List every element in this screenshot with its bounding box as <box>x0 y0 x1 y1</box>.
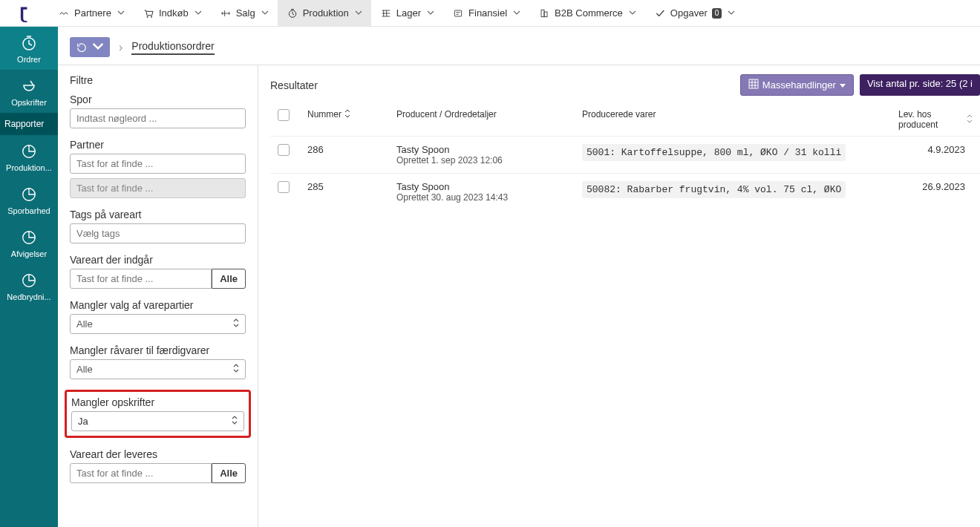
table-row[interactable]: 285 Tasty Spoon Oprettet 30. aug 2023 14… <box>270 174 980 211</box>
col-producent: Producent / Ordredetaljer <box>389 103 575 137</box>
select-value: Ja <box>78 416 88 427</box>
grid-icon <box>748 79 759 91</box>
results-table: Nummer Producent / Ordredetaljer Produce… <box>270 103 980 210</box>
tags-input[interactable] <box>70 223 246 243</box>
topnav-label: Finansiel <box>468 7 507 19</box>
brand-logo <box>11 0 38 26</box>
topnav-finansiel[interactable]: Finansiel <box>443 0 529 26</box>
svg-rect-5 <box>544 12 547 17</box>
check-icon <box>654 7 666 19</box>
finance-icon <box>452 7 464 19</box>
cell-nummer: 286 <box>300 137 389 174</box>
leftnav-sporbarhed[interactable]: Sporbarhed <box>0 178 58 221</box>
filter-spor: Spor <box>70 94 246 128</box>
results-header: Resultater <box>270 79 318 91</box>
leftnav-label: Afvigelser <box>11 249 47 258</box>
building-icon <box>538 7 550 19</box>
top-nav: Partnere Indkøb Salg Produktion Lager Fi… <box>0 0 980 27</box>
topnav-label: Lager <box>396 7 421 19</box>
leftnav-produktion[interactable]: Produktion... <box>0 135 58 178</box>
vareart-ind-input[interactable] <box>70 269 212 289</box>
topnav-label: Salg <box>236 7 255 19</box>
topnav-opgaver[interactable]: Opgaver 0 <box>645 0 744 26</box>
opgaver-badge: 0 <box>712 8 722 19</box>
topnav-salg[interactable]: Salg <box>211 0 278 26</box>
col-producerede: Producerede varer <box>575 103 891 137</box>
topnav-label: Indkøb <box>159 7 189 19</box>
partner-input[interactable] <box>70 154 246 174</box>
topnav-produktion[interactable]: Produktion <box>278 0 371 26</box>
caret-down-icon <box>840 79 846 91</box>
row-checkbox[interactable] <box>278 181 290 193</box>
chevron-down-icon <box>261 7 269 19</box>
leftnav-ordrer[interactable]: Ordrer <box>0 27 58 70</box>
page-size-button[interactable]: Vist antal pr. side: 25 (2 i <box>860 74 980 96</box>
history-button[interactable] <box>70 37 110 57</box>
partner-input-disabled: Tast for at finde ... <box>70 178 246 198</box>
handshake-icon <box>58 7 70 19</box>
pie-icon <box>20 229 38 246</box>
leftnav-nedbrydning[interactable]: Nedbrydni... <box>0 264 58 307</box>
topnav-b2b[interactable]: B2B Commerce <box>529 0 645 26</box>
chevron-down-icon <box>117 7 125 19</box>
filter-partner: Partner Tast for at finde ... <box>70 139 246 198</box>
select-value: Alle <box>76 318 93 330</box>
cell-lev: 4.9.2023 <box>891 137 980 174</box>
topnav-partnere[interactable]: Partnere <box>49 0 134 26</box>
top-nav-items: Partnere Indkøb Salg Produktion Lager Fi… <box>49 0 744 26</box>
topnav-lager[interactable]: Lager <box>371 0 443 26</box>
chevron-right-icon: › <box>119 41 122 54</box>
topnav-label: Produktion <box>303 7 349 19</box>
mangler-valg-select[interactable]: Alle <box>70 314 246 334</box>
svg-rect-4 <box>541 10 544 16</box>
mass-actions-button[interactable]: Massehandlinger <box>740 74 854 96</box>
shelf-icon <box>380 7 392 19</box>
filters-panel: Filtre Spor Partner Tast for at finde ..… <box>58 65 258 527</box>
svg-rect-11 <box>749 79 758 88</box>
sort-icon[interactable] <box>344 109 350 120</box>
vareart-lev-input[interactable] <box>70 463 212 483</box>
filter-mangler-opskrifter: Mangler opskrifter Ja <box>65 390 251 438</box>
topnav-label: Partnere <box>74 7 111 19</box>
sort-icon[interactable] <box>967 114 973 125</box>
chevron-down-icon <box>728 7 735 19</box>
cell-producent: Tasty Spoon <box>396 181 567 192</box>
col-lev[interactable]: Lev. hos producent <box>898 109 964 130</box>
leftnav-label: Opskrifter <box>11 98 47 107</box>
leftnav-label: Produktion... <box>6 163 52 172</box>
select-all-checkbox[interactable] <box>278 109 290 121</box>
col-nummer[interactable]: Nummer <box>307 109 342 120</box>
leftnav-afvigelser[interactable]: Afvigelser <box>0 221 58 264</box>
chevron-down-icon <box>427 7 434 19</box>
filter-label: Spor <box>70 94 246 105</box>
filter-label: Partner <box>70 139 246 151</box>
pie-icon <box>20 272 38 289</box>
spor-input[interactable] <box>70 108 246 128</box>
filter-label: Mangler opskrifter <box>71 396 244 408</box>
history-icon <box>76 42 88 53</box>
clock-icon <box>287 7 298 19</box>
filter-vareart-leveres: Vareart der leveres Alle <box>70 448 246 483</box>
mangler-raavarer-select[interactable]: Alle <box>70 359 246 379</box>
chevron-down-icon <box>195 7 202 19</box>
leftnav-opskrifter[interactable]: Opskrifter <box>0 70 58 113</box>
cart-icon <box>143 7 154 19</box>
filter-label: Vareart der leveres <box>70 448 246 460</box>
leftnav-label: Ordrer <box>17 55 41 64</box>
cell-nummer: 285 <box>300 174 389 211</box>
chevron-down-icon <box>513 7 520 19</box>
table-row[interactable]: 286 Tasty Spoon Oprettet 1. sep 2023 12:… <box>270 137 980 174</box>
pie-icon <box>20 186 38 203</box>
cell-created: Oprettet 30. aug 2023 14:43 <box>396 192 567 203</box>
topnav-indkob[interactable]: Indkøb <box>134 0 211 26</box>
vareart-ind-alle-btn[interactable]: Alle <box>212 269 246 289</box>
vareart-lev-alle-btn[interactable]: Alle <box>212 463 246 483</box>
leftnav-label: Sporbarhed <box>7 206 50 215</box>
left-nav: Ordrer Opskrifter Rapporter Produktion..… <box>0 27 58 527</box>
breadcrumb: › Produktionsordrer <box>58 27 980 65</box>
filter-vareart-indgaar: Vareart der indgår Alle <box>70 254 246 289</box>
mangler-opskrifter-select[interactable]: Ja <box>71 411 244 431</box>
svg-point-1 <box>151 16 152 17</box>
select-arrows-icon <box>233 318 239 330</box>
row-checkbox[interactable] <box>278 144 290 156</box>
